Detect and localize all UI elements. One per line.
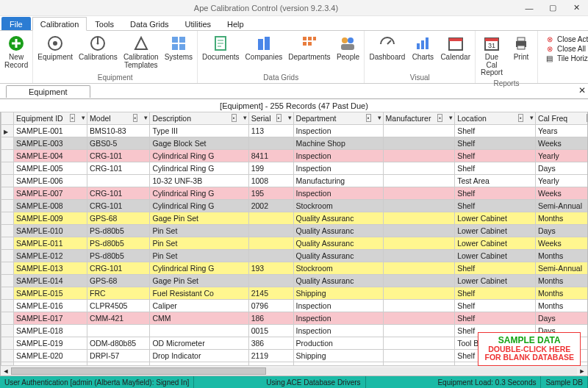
cell[interactable]: Shelf <box>455 200 536 212</box>
cell[interactable]: Semi-Annual <box>535 262 588 275</box>
table-row[interactable]: SAMPLE-004CRG-101Cylindrical Ring G8411I… <box>1 150 589 162</box>
cell[interactable]: 195 <box>248 187 293 200</box>
companies-button[interactable]: Companies <box>243 32 286 63</box>
cell[interactable] <box>383 150 455 162</box>
close-button[interactable]: ✕ <box>564 0 588 16</box>
new-record-button[interactable]: New Record <box>1 32 31 71</box>
dropdown-icon[interactable]: ▾ <box>449 114 453 121</box>
cell[interactable]: Caliper <box>150 300 248 312</box>
column-header[interactable]: Description▪▾ <box>150 112 248 125</box>
cell[interactable]: Shelf <box>455 137 536 150</box>
cal-templates-button[interactable]: Calibration Templates <box>121 32 162 71</box>
cell[interactable]: Stockroom <box>293 262 383 275</box>
cell[interactable]: Production <box>293 337 383 350</box>
cell[interactable] <box>383 137 455 150</box>
cell[interactable]: Years <box>535 125 588 137</box>
tab-tools[interactable]: Tools <box>87 17 122 30</box>
cell[interactable] <box>383 187 455 200</box>
cell[interactable]: Shipping <box>293 350 383 362</box>
cell[interactable] <box>248 275 293 287</box>
cell[interactable]: CRG-101 <box>87 162 150 175</box>
cell[interactable] <box>383 325 455 337</box>
cell[interactable]: SAMPLE-006 <box>14 175 87 187</box>
cell[interactable]: Stockroom <box>293 200 383 212</box>
due-cal-report-button[interactable]: 31Due Cal Report <box>477 32 506 79</box>
cell[interactable]: GPS-68 <box>87 212 150 225</box>
cell[interactable]: Cylindrical Ring G <box>150 150 248 162</box>
sample-data-banner[interactable]: SAMPLE DATA DOUBLE-CLICK HERE FOR BLANK … <box>478 332 581 366</box>
cell[interactable]: Cylindrical Ring G <box>150 262 248 275</box>
cell[interactable]: Semi-Annual <box>535 200 588 212</box>
cell[interactable]: Pin Set <box>150 237 248 250</box>
column-header[interactable]: Department▪▾ <box>293 112 383 125</box>
cell[interactable]: Inspection <box>293 300 383 312</box>
row-header[interactable] <box>1 125 14 137</box>
cell[interactable] <box>87 325 150 337</box>
cell[interactable] <box>383 250 455 262</box>
table-row[interactable]: SAMPLE-009GPS-68Gage Pin SetQuality Assu… <box>1 212 589 225</box>
cell[interactable]: CRG-101 <box>87 200 150 212</box>
cell[interactable] <box>383 225 455 237</box>
row-header[interactable] <box>1 350 14 362</box>
systems-button[interactable]: Systems <box>162 32 196 63</box>
cell[interactable]: Months <box>535 250 588 262</box>
cell[interactable]: SAMPLE-011 <box>14 237 87 250</box>
horizontal-scrollbar[interactable]: ◄ ► <box>1 365 587 376</box>
cell[interactable]: 8411 <box>248 150 293 162</box>
tab-help[interactable]: Help <box>219 17 252 30</box>
cell[interactable] <box>383 125 455 137</box>
cell[interactable]: Quality Assuranc <box>293 237 383 250</box>
cell[interactable]: 0015 <box>248 325 293 337</box>
cell[interactable]: SAMPLE-003 <box>14 137 87 150</box>
cell[interactable]: Shelf <box>455 262 536 275</box>
dropdown-icon[interactable]: ▾ <box>378 114 381 121</box>
cell[interactable]: CRG-101 <box>87 262 150 275</box>
cell[interactable]: Yearly <box>535 175 588 187</box>
row-header[interactable] <box>1 287 14 300</box>
cell[interactable]: 386 <box>248 337 293 350</box>
cell[interactable]: Quality Assuranc <box>293 225 383 237</box>
table-row[interactable]: SAMPLE-014GPS-68Gage Pin SetQuality Assu… <box>1 275 589 287</box>
cell[interactable]: CMM <box>150 312 248 325</box>
cell[interactable]: 0796 <box>248 300 293 312</box>
table-row[interactable]: SAMPLE-005CRG-101Cylindrical Ring G199In… <box>1 162 589 175</box>
cell[interactable] <box>383 237 455 250</box>
dropdown-icon[interactable]: ▾ <box>243 114 247 121</box>
cell[interactable]: Quality Assuranc <box>293 212 383 225</box>
cell[interactable]: Yearly <box>535 150 588 162</box>
filter-icon[interactable]: ▪ <box>366 114 371 122</box>
cell[interactable]: Lower Cabinet <box>455 237 536 250</box>
cell[interactable]: Lower Cabinet <box>455 250 536 262</box>
column-header[interactable]: Serial▪▾ <box>248 112 293 125</box>
cell[interactable]: GPS-68 <box>87 275 150 287</box>
cell[interactable]: Manufacturing <box>293 175 383 187</box>
cell[interactable]: Pin Set <box>150 250 248 262</box>
cell[interactable] <box>383 275 455 287</box>
column-header[interactable]: Equipment ID▪▾ <box>14 112 87 125</box>
cell[interactable]: Pin Set <box>150 225 248 237</box>
documents-button[interactable]: Documents <box>199 32 243 63</box>
close-all-windows[interactable]: ⊗Close All Windows <box>544 44 588 53</box>
dropdown-icon[interactable]: ▾ <box>530 114 534 121</box>
print-button[interactable]: Print <box>506 32 536 63</box>
row-header[interactable] <box>1 175 14 187</box>
cell[interactable]: Days <box>535 312 588 325</box>
table-row[interactable]: SAMPLE-00610-32 UNF-3B1008ManufacturingT… <box>1 175 589 187</box>
cell[interactable]: SAMPLE-010 <box>14 225 87 237</box>
cell[interactable]: Shelf <box>455 150 536 162</box>
column-header[interactable]: Model▪▾ <box>87 112 150 125</box>
cell[interactable]: 193 <box>248 262 293 275</box>
cell[interactable]: SAMPLE-019 <box>14 337 87 350</box>
cell[interactable]: Quality Assuranc <box>293 275 383 287</box>
column-header[interactable]: Manufacturer▪▾ <box>383 112 455 125</box>
cell[interactable]: Test Area <box>455 175 536 187</box>
cell[interactable]: Gage Pin Set <box>150 275 248 287</box>
subtab-close-icon[interactable]: ✕ <box>578 85 586 96</box>
cell[interactable] <box>248 225 293 237</box>
cell[interactable]: SAMPLE-014 <box>14 275 87 287</box>
cell[interactable] <box>87 175 150 187</box>
cell[interactable]: CLPR4505 <box>87 300 150 312</box>
cell[interactable]: 1008 <box>248 175 293 187</box>
cell[interactable]: Months <box>535 287 588 300</box>
table-row[interactable]: SAMPLE-007CRG-101Cylindrical Ring G195In… <box>1 187 589 200</box>
